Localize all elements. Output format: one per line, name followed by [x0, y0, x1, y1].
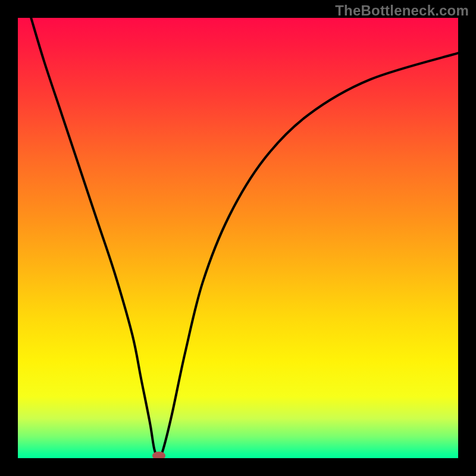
curve-svg: [18, 18, 458, 458]
watermark-text: TheBottleneck.com: [335, 2, 469, 19]
bottleneck-curve-path: [31, 18, 458, 458]
chart-frame: TheBottleneck.com: [0, 0, 476, 476]
plot-area: [18, 18, 458, 458]
minimum-marker: [152, 452, 165, 458]
